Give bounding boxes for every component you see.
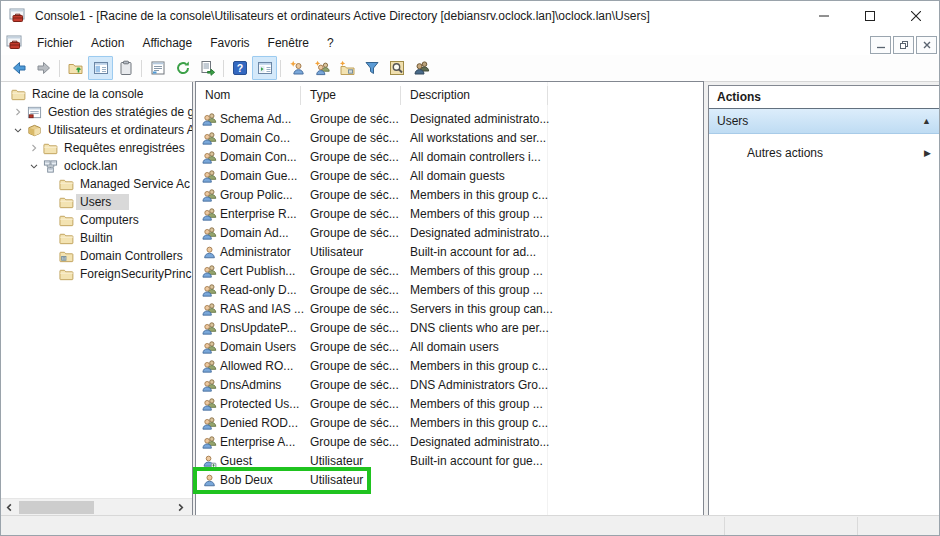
table-row[interactable]: Cert Publish...Groupe de séc...Members o…: [196, 262, 703, 281]
table-row[interactable]: Enterprise R...Groupe de séc...Members o…: [196, 205, 703, 224]
child-restore-button[interactable]: [893, 36, 914, 54]
cell-description: Designated administrato...: [410, 110, 549, 129]
refresh-icon: [175, 60, 191, 76]
show-action-pane-button[interactable]: [252, 56, 277, 80]
menu-fenetre[interactable]: Fenêtre: [259, 33, 318, 53]
properties-button[interactable]: [145, 56, 170, 80]
back-button[interactable]: [6, 56, 31, 80]
cell-type: Groupe de séc...: [310, 376, 399, 395]
child-close-button[interactable]: [916, 36, 937, 54]
statusbar-divider: [724, 517, 725, 535]
child-minimize-button[interactable]: [870, 36, 891, 54]
table-row[interactable]: DnsUpdateP...Groupe de séc...DNS clients…: [196, 319, 703, 338]
expander-expanded-icon[interactable]: [25, 158, 43, 174]
table-row[interactable]: Domain UsersGroupe de séc...All domain u…: [196, 338, 703, 357]
up-one-level-icon: [68, 60, 84, 76]
table-row[interactable]: RAS and IAS ...Groupe de séc...Servers i…: [196, 300, 703, 319]
table-row[interactable]: Enterprise A...Groupe de séc...Designate…: [196, 433, 703, 452]
actions-section-users[interactable]: Users ▲: [709, 109, 939, 134]
menu-action[interactable]: Action: [82, 33, 133, 53]
table-row[interactable]: Domain Ad...Groupe de séc...Designated a…: [196, 224, 703, 243]
clipboard-button[interactable]: [113, 56, 138, 80]
tree-item-users[interactable]: Users: [1, 193, 192, 211]
tree-horizontal-scrollbar[interactable]: [1, 498, 192, 516]
tree-item-oclock-lan[interactable]: oclock.lan: [1, 157, 192, 175]
column-separator[interactable]: [300, 86, 301, 105]
table-row[interactable]: Read-only D...Groupe de séc...Members of…: [196, 281, 703, 300]
table-row[interactable]: Protected Us...Groupe de séc...Members o…: [196, 395, 703, 414]
titlebar: Console1 - [Racine de la console\Utilisa…: [1, 1, 939, 31]
tree-item-requetes-enregistrees[interactable]: Requêtes enregistrées: [1, 139, 192, 157]
cell-name: Enterprise R...: [220, 205, 297, 224]
menu-fichier[interactable]: Fichier: [28, 33, 82, 53]
scroll-right-icon[interactable]: [172, 499, 189, 515]
tree-item-foreign-security-principals[interactable]: ForeignSecurityPrinc: [1, 265, 192, 283]
filter-button[interactable]: [359, 56, 384, 80]
expander-spacer: [41, 212, 59, 228]
scrollbar-thumb[interactable]: [19, 501, 94, 514]
table-row[interactable]: Schema Ad...Groupe de séc...Designated a…: [196, 110, 703, 129]
table-row[interactable]: DnsAdminsGroupe de séc...DNS Administrat…: [196, 376, 703, 395]
console-window-icon: [6, 35, 22, 51]
table-row[interactable]: AdministratorUtilisateurBuilt-in account…: [196, 243, 703, 262]
new-group-button[interactable]: [309, 56, 334, 80]
statusbar: [1, 515, 939, 535]
tree-item-label: oclock.lan: [60, 158, 121, 174]
table-row[interactable]: Domain Gue...Groupe de séc...All domain …: [196, 167, 703, 186]
refresh-button[interactable]: [170, 56, 195, 80]
cell-description: Members in this group c...: [410, 357, 548, 376]
column-separator[interactable]: [547, 86, 548, 105]
tree-item-builtin[interactable]: Builtin: [1, 229, 192, 247]
forward-button[interactable]: [31, 56, 56, 80]
table-row[interactable]: Domain Con...Groupe de séc...All domain …: [196, 148, 703, 167]
tree-item-managed-service-accounts[interactable]: Managed Service Ac: [1, 175, 192, 193]
table-row[interactable]: Allowed RO...Groupe de séc...Members in …: [196, 357, 703, 376]
actions-pane-title: Actions: [709, 86, 939, 109]
tree-item-domain-controllers[interactable]: Domain Controllers: [1, 247, 192, 265]
up-one-level-button[interactable]: [63, 56, 88, 80]
tree-item-label: Computers: [76, 212, 143, 228]
close-button[interactable]: [893, 1, 939, 31]
expander-spacer: [41, 194, 59, 210]
table-row[interactable]: Domain Co...Groupe de séc...All workstat…: [196, 129, 703, 148]
group-icon: [202, 340, 217, 355]
members-button[interactable]: [409, 56, 434, 80]
toolbar-separator: [280, 60, 281, 77]
scroll-left-icon[interactable]: [1, 499, 18, 515]
cell-description: Servers in this group can...: [410, 300, 553, 319]
tree-item-racine-de-la-console[interactable]: Racine de la console: [1, 85, 192, 103]
cell-description: Members of this group ...: [410, 395, 543, 414]
table-row[interactable]: Group Polic...Groupe de séc...Members in…: [196, 186, 703, 205]
tree-item-computers[interactable]: Computers: [1, 211, 192, 229]
collapse-icon[interactable]: ▲: [922, 116, 931, 126]
column-header-description[interactable]: Description: [410, 88, 470, 102]
find-button[interactable]: [384, 56, 409, 80]
new-user-button[interactable]: [284, 56, 309, 80]
tree-item-gestion-des-strategies-de-groupe[interactable]: Gestion des stratégies de gr: [1, 103, 192, 121]
submenu-arrow-icon: ▶: [924, 148, 931, 158]
table-row[interactable]: Denied ROD...Groupe de séc...Members in …: [196, 414, 703, 433]
column-separator[interactable]: [400, 86, 401, 105]
minimize-button[interactable]: [801, 1, 847, 31]
menu-favoris[interactable]: Favoris: [201, 33, 258, 53]
group-icon: [202, 378, 217, 393]
column-header-type[interactable]: Type: [310, 88, 336, 102]
expander-collapsed-icon[interactable]: [25, 140, 43, 156]
show-console-tree-button[interactable]: [88, 56, 113, 80]
tree-item-utilisateurs-et-ordinateurs-ad[interactable]: Utilisateurs et ordinateurs A: [1, 121, 192, 139]
help-button[interactable]: ?: [227, 56, 252, 80]
menu-aide[interactable]: ?: [318, 33, 343, 53]
expander-expanded-icon[interactable]: [9, 122, 27, 138]
column-header-nom[interactable]: Nom: [205, 88, 230, 102]
cell-name: RAS and IAS ...: [220, 300, 304, 319]
menu-affichage[interactable]: Affichage: [133, 33, 201, 53]
group-icon: [202, 435, 217, 450]
new-ou-button[interactable]: [334, 56, 359, 80]
maximize-button[interactable]: [847, 1, 893, 31]
export-list-button[interactable]: [195, 56, 220, 80]
cell-name: Allowed RO...: [220, 357, 293, 376]
cell-type: Groupe de séc...: [310, 319, 399, 338]
actions-item-autres-actions[interactable]: Autres actions ▶: [709, 143, 939, 163]
cell-type: Groupe de séc...: [310, 224, 399, 243]
expander-collapsed-icon[interactable]: [9, 104, 27, 120]
